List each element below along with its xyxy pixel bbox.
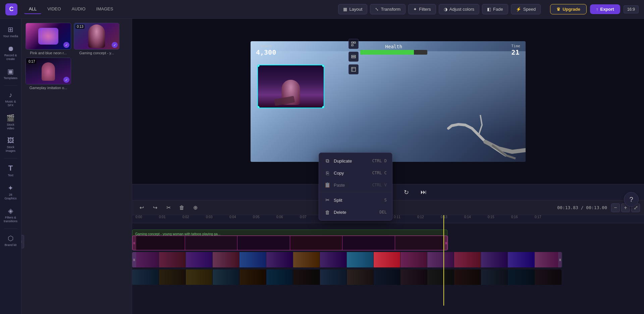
bg-track-row — [132, 269, 644, 286]
ctx-duplicate-left: ⧉ Duplicate — [324, 158, 352, 164]
ctx-copy-shortcut: CTRL C — [372, 171, 387, 175]
sidebar-item-music-sfx[interactable]: ♪ Music & SFX — [1, 88, 20, 110]
context-menu-paste[interactable]: 📋 Paste CTRL V — [319, 179, 392, 191]
context-menu-copy[interactable]: ⎘ Copy CTRL C — [319, 167, 392, 179]
undo-button[interactable]: ↩ — [136, 202, 147, 213]
export-icon: ↑ — [596, 7, 598, 12]
main-video-track-row: ⏸ ⏸ — [132, 251, 644, 268]
hud-health: Health — [360, 44, 427, 56]
media-panel: ✓ Pink and blue neon r... 0:13 ✓ Gaming … — [21, 19, 132, 314]
tab-images[interactable]: IMAGES — [92, 4, 118, 14]
redo-button[interactable]: ↪ — [150, 202, 160, 213]
filter-transition-icon: ◈ — [8, 207, 13, 215]
context-menu: ⧉ Duplicate CTRL D ⎘ Copy CTRL C 📋 Paste… — [319, 152, 392, 221]
filters-button[interactable]: ✦ Filters — [408, 4, 436, 14]
ctx-split-shortcut: S — [384, 198, 387, 202]
main-track-handle-left[interactable]: ⏸ — [132, 252, 136, 267]
media-thumb-clip1[interactable]: ✓ — [25, 23, 71, 50]
crown-icon: ♛ — [556, 7, 560, 12]
media-label-clip3: Gameplay imitation o... — [25, 86, 71, 90]
fwd5-button[interactable]: ↻ — [400, 186, 412, 198]
health-bar-fill — [360, 50, 414, 55]
resize-handle-br[interactable] — [322, 106, 324, 108]
media-label-clip2: Gaming concept - y... — [74, 51, 119, 55]
sidebar-item-text[interactable]: T Text — [1, 161, 20, 180]
images-icon: 🖼 — [7, 137, 14, 144]
selected-check-2: ✓ — [112, 42, 118, 48]
fade-icon: ◧ — [487, 7, 491, 12]
svg-rect-5 — [352, 67, 356, 71]
video-icon: 🎬 — [6, 114, 15, 122]
media-thumb-clip3[interactable]: 0:17 ✓ — [25, 58, 71, 84]
sidebar-item-stock-video[interactable]: 🎬 Stock video — [1, 111, 20, 133]
ctx-delete-shortcut: DEL — [379, 210, 387, 214]
workspace: Score 4,300 Health Time 21 — [132, 19, 644, 314]
more-options-button[interactable]: ⊕ — [190, 202, 201, 213]
sidebar-item-record-create[interactable]: ⏺ Record & create — [1, 42, 20, 64]
main-video-track-content: ⏸ ⏸ — [132, 252, 644, 267]
sidebar-item-stock-images[interactable]: 🖼 Stock images — [1, 134, 20, 155]
ctx-split-left: ✂ Split — [324, 197, 342, 203]
ruler-mark-11: 0:11 — [394, 215, 400, 219]
layout-icon: ▦ — [343, 7, 347, 12]
layout-button[interactable]: ▦ Layout — [338, 4, 367, 14]
record-icon: ⏺ — [7, 45, 14, 53]
overlay-track-row: ⏸ ⏸ — [132, 235, 644, 251]
bg-track-clip[interactable] — [132, 269, 561, 285]
upgrade-button[interactable]: ♛ Upgrade — [550, 4, 587, 14]
overlay-track-clip[interactable] — [132, 236, 447, 250]
export-button[interactable]: ↑ Export — [590, 4, 620, 14]
app-logo: C — [5, 3, 17, 15]
tab-audio[interactable]: AUDIO — [67, 4, 90, 14]
preview-hud: Score 4,300 Health Time 21 — [251, 41, 526, 59]
speed-button[interactable]: ⚡ Speed — [511, 4, 541, 14]
delete-button[interactable]: 🗑 — [176, 202, 187, 213]
sidebar-item-templates[interactable]: ▣ Templates — [1, 65, 20, 83]
media-thumb-clip2[interactable]: 0:13 ✓ — [74, 23, 119, 50]
pip-overlay[interactable] — [257, 65, 324, 108]
help-button[interactable]: ? — [624, 192, 639, 207]
track-handle-right[interactable]: ⏸ — [444, 236, 448, 250]
sidebar-item-graphics[interactable]: ✦ 28 Graphics — [1, 181, 20, 203]
cut-button[interactable]: ✂ — [163, 202, 174, 213]
context-menu-delete[interactable]: 🗑 Delete DEL — [319, 206, 392, 218]
adjust-icon: ◑ — [444, 7, 447, 12]
sidebar-item-filters-transitions[interactable]: ◈ Filters & transitions — [1, 204, 20, 226]
pip-person-content — [258, 65, 324, 108]
main-track-handle-right[interactable]: ⏸ — [558, 252, 562, 267]
main-video-track-clip[interactable] — [132, 252, 561, 267]
transform-button[interactable]: ⤡ Transform — [370, 4, 406, 14]
pip-tool-crop[interactable] — [348, 64, 359, 74]
list-item: 0:13 ✓ Gaming concept - y... — [74, 23, 119, 55]
track-handle-left[interactable]: ⏸ — [132, 236, 136, 250]
forward-button[interactable]: ⏭ — [418, 186, 430, 198]
sidebar-divider-3 — [4, 229, 17, 229]
ruler-mark-1: 0:01 — [159, 215, 165, 219]
sidebar-item-brand-kit[interactable]: ⬡ Brand kit — [1, 232, 20, 250]
ruler-mark-4: 0:04 — [229, 215, 236, 219]
filters-icon: ✦ — [413, 7, 417, 12]
speed-icon: ⚡ — [516, 7, 521, 12]
ctx-copy-label: Copy — [334, 171, 344, 176]
bg-track-content — [132, 269, 644, 285]
paste-icon: 📋 — [324, 182, 330, 188]
tab-all[interactable]: ALL — [24, 4, 41, 14]
context-menu-duplicate[interactable]: ⧉ Duplicate CTRL D — [319, 155, 392, 167]
ctx-delete-label: Delete — [334, 210, 346, 215]
sidebar-item-your-media[interactable]: ⊞ Your media — [1, 23, 20, 41]
fade-button[interactable]: ◧ Fade — [482, 4, 508, 14]
preview-video: Score 4,300 Health Time 21 — [251, 41, 526, 162]
sidebar-divider-2 — [4, 158, 17, 159]
ruler-mark-0: 0:00 — [136, 215, 142, 219]
delete-icon: 🗑 — [324, 209, 330, 215]
context-menu-split[interactable]: ✂ Split S — [319, 194, 392, 206]
resize-handle-tr[interactable] — [322, 65, 324, 67]
ruler-mark-3: 0:03 — [206, 215, 212, 219]
selected-check-1: ✓ — [63, 42, 69, 48]
zoom-out-button[interactable]: − — [611, 203, 620, 212]
adjust-colors-button[interactable]: ◑ Adjust colors — [439, 4, 479, 14]
ruler-mark-5: 0:05 — [253, 215, 259, 219]
sidebar: ⊞ Your media ⏺ Record & create ▣ Templat… — [0, 19, 21, 314]
tab-video[interactable]: VIDEO — [43, 4, 65, 14]
ruler-mark-12: 0:12 — [417, 215, 424, 219]
